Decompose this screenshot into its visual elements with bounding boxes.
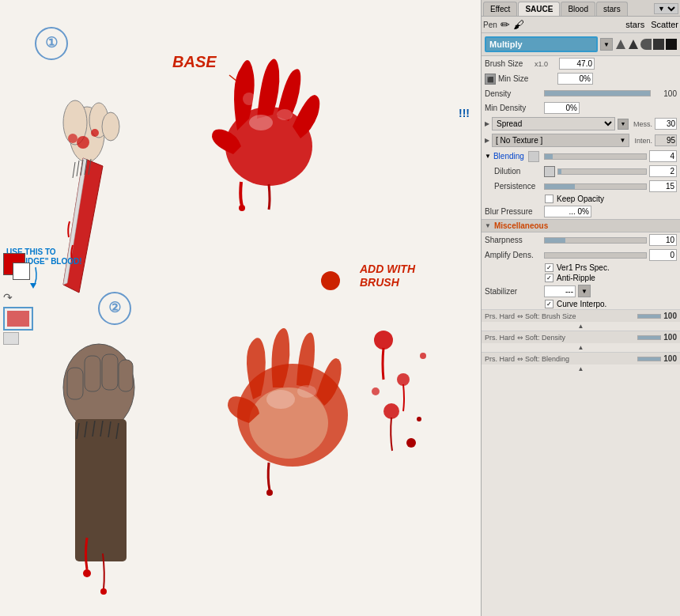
dilution-icon [544, 166, 555, 177]
blur-pressure-row: Blur Pressure [482, 204, 680, 219]
persistence-value-input[interactable] [649, 180, 677, 192]
blend-mode-select[interactable]: Multiply [485, 36, 598, 52]
sharpness-value-input[interactable] [649, 234, 677, 246]
canvas-area: ① ② BASE ADD WITH BRUSH [0, 0, 481, 616]
no-texture-row: ▶ [ No Texture ] ▼ Inten. [482, 132, 680, 149]
brush-pen-icon[interactable]: 🖌 [513, 18, 524, 31]
svg-rect-28 [75, 419, 127, 561]
prs-blending-bar[interactable] [637, 357, 661, 361]
sharpness-bar[interactable] [544, 237, 647, 244]
blend-dropdown-btn[interactable]: ▼ [600, 38, 613, 51]
svg-text:BASE: BASE [172, 53, 217, 70]
sharpness-label: Sharpness [485, 236, 542, 244]
svg-point-19 [77, 136, 89, 149]
svg-point-39 [83, 569, 91, 577]
spread-expand-icon[interactable]: ▶ [485, 120, 489, 127]
brush-multiplier-btn[interactable]: x1.0 [535, 60, 557, 68]
keep-opacity-checkbox[interactable] [545, 195, 553, 203]
miscellaneous-header[interactable]: ▼ Miscellaneous [482, 219, 680, 232]
prs-density-label: Prs. Hard ⇔ Soft: Density [485, 334, 635, 342]
inten-value-input[interactable] [655, 134, 677, 146]
texture-expand-icon[interactable]: ▶ [485, 137, 489, 144]
subtabs-row: Pen ✏ 🖌 stars Scatter [482, 17, 680, 33]
ver1-checkbox[interactable]: ✓ [545, 263, 553, 272]
density-bar[interactable] [544, 90, 651, 96]
svg-point-48 [383, 403, 399, 419]
tab-blood[interactable]: Blood [561, 2, 595, 16]
prs-blending-value: 100 [663, 354, 677, 363]
blur-pressure-input[interactable] [544, 206, 591, 217]
blending-bar[interactable] [544, 153, 647, 160]
svg-point-13 [102, 112, 119, 141]
svg-point-40 [100, 588, 107, 595]
spread-row: ▶ Spread ▼ Mess. [482, 115, 680, 132]
shape-half-circle[interactable] [640, 39, 652, 50]
ver1-row: ✓ Ver1 Prs Spec. [482, 263, 680, 273]
spread-select[interactable]: Spread [492, 117, 615, 130]
stabilizer-dropdown[interactable]: ▼ [578, 285, 591, 297]
svg-rect-37 [102, 354, 118, 390]
svg-point-24 [277, 109, 293, 120]
texture-select[interactable]: [ No Texture ] ▼ [492, 134, 629, 147]
persistence-bar[interactable] [544, 183, 647, 190]
tab-dropdown[interactable]: ▼ [654, 3, 678, 14]
dilution-label: Dilution [485, 167, 542, 176]
shape-square-dark[interactable] [653, 39, 664, 50]
sharpness-bar-fill [545, 238, 565, 243]
svg-point-23 [249, 115, 273, 130]
blending-header[interactable]: ▼ Blending [482, 149, 680, 164]
persistence-label: Persistence [485, 182, 542, 191]
sharpness-row: Sharpness [482, 232, 680, 248]
layer-icon-small[interactable] [3, 332, 19, 345]
curve-interpo-checkbox[interactable]: ✓ [545, 300, 553, 308]
shape-triangle-up[interactable] [615, 39, 626, 50]
svg-text:BRUSH: BRUSH [360, 276, 400, 289]
shape-square-black[interactable] [666, 39, 677, 50]
brush-size-input[interactable] [559, 58, 595, 70]
min-size-label: Min Size [498, 74, 555, 83]
amplify-value-input[interactable] [649, 249, 677, 261]
texture-dropdown-arrow[interactable]: ▼ [620, 137, 626, 144]
dilution-value-input[interactable] [649, 165, 677, 177]
density-bar-fill [545, 91, 650, 96]
brush-size-label: Brush Size [485, 59, 532, 68]
left-toolbar: ↷ [3, 253, 36, 345]
mess-value-input[interactable] [655, 118, 677, 130]
redo-button[interactable]: ↷ [3, 291, 36, 304]
min-density-input[interactable] [544, 102, 580, 114]
tab-stars[interactable]: stars [596, 2, 628, 16]
shape-triangle-up2[interactable] [628, 39, 639, 50]
amplify-bar[interactable] [544, 252, 647, 259]
ver1-label: Ver1 Prs Spec. [557, 263, 610, 272]
misc-label: Miscellaneous [494, 221, 548, 230]
blending-value-input[interactable] [649, 150, 677, 162]
svg-text:ADD WITH: ADD WITH [359, 263, 416, 275]
prs-density-bar[interactable] [637, 335, 661, 340]
persistence-row: Persistence [482, 179, 680, 194]
svg-rect-38 [119, 360, 133, 391]
prs-brush-bar[interactable] [637, 314, 661, 319]
spread-dropdown[interactable]: ▼ [618, 119, 629, 130]
min-density-label: Min Density [485, 104, 542, 112]
tab-effect[interactable]: Effect [483, 2, 517, 16]
density-value: 100 [653, 89, 677, 98]
shape-icons [615, 39, 677, 50]
stabilizer-label: Stabilizer [485, 287, 542, 296]
dilution-bar[interactable] [557, 168, 647, 175]
dilution-row: Dilution [482, 164, 680, 179]
svg-rect-36 [85, 356, 100, 391]
svg-text:②: ② [108, 300, 121, 316]
tab-sauce[interactable]: SAUCE [518, 2, 560, 16]
anti-ripple-checkbox[interactable]: ✓ [545, 274, 553, 282]
min-size-input[interactable] [557, 73, 593, 85]
persistence-bar-fill [545, 184, 575, 189]
stabilizer-value-input[interactable] [544, 285, 576, 297]
svg-text:①: ① [45, 35, 58, 51]
svg-text:!!!: !!! [459, 107, 470, 119]
background-color[interactable] [13, 263, 30, 280]
canvas-drawing: ① ② BASE ADD WITH BRUSH [0, 0, 481, 616]
pen-icon[interactable]: ✏ [501, 18, 510, 31]
min-size-row: ⬛ Min Size [482, 71, 680, 86]
layer-thumbnail[interactable] [3, 307, 33, 331]
svg-point-26 [239, 205, 245, 211]
